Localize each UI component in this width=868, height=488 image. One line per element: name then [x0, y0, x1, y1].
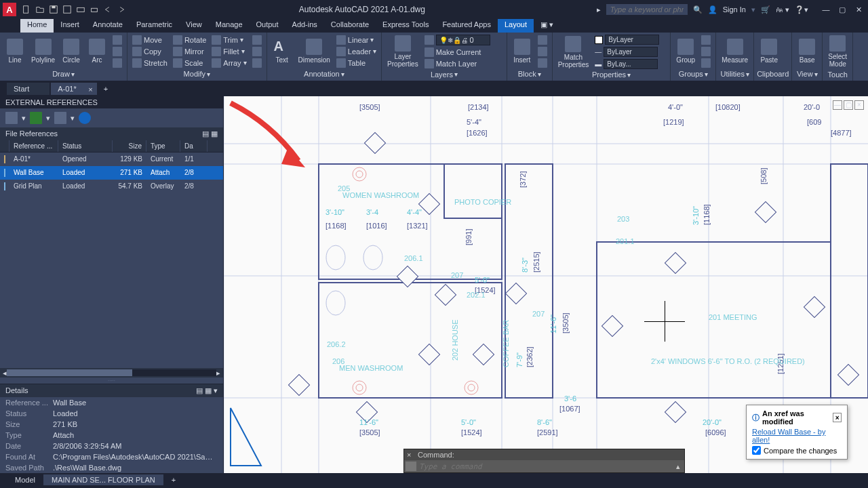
block-extra-1[interactable]	[536, 35, 549, 45]
cmd-prompt-icon[interactable]	[406, 462, 416, 471]
search-icon[interactable]: 🔍	[693, 5, 703, 14]
mirror-button[interactable]: Mirror	[171, 46, 208, 57]
linetype-dropdown[interactable]: —ByLayer	[593, 46, 667, 58]
stretch-button[interactable]: Stretch	[130, 58, 170, 68]
modify-extra-2[interactable]	[250, 46, 264, 57]
tab-layout-main[interactable]: MAIN AND SE... FLOOR PLAN	[43, 474, 163, 485]
undo-icon[interactable]	[102, 3, 114, 16]
group-extra[interactable]	[699, 35, 713, 45]
modify-extra-1[interactable]	[250, 35, 264, 45]
col-status[interactable]: Status	[58, 140, 113, 152]
tab-manage[interactable]: Manage	[209, 19, 250, 33]
vp-close-icon[interactable]: ×	[854, 100, 864, 110]
tab-collaborate[interactable]: Collaborate	[324, 19, 376, 33]
col-date[interactable]: Da	[180, 140, 208, 152]
add-layout-button[interactable]: +	[163, 474, 184, 485]
panel-modify-label[interactable]: Modify ▾	[130, 68, 264, 79]
block-extra-3[interactable]	[536, 58, 549, 68]
tab-parametric[interactable]: Parametric	[130, 19, 179, 33]
copy-button[interactable]: Copy	[130, 46, 170, 57]
leader-button[interactable]: Leader ▾	[334, 46, 378, 57]
tab-view[interactable]: View	[179, 19, 209, 33]
app-switcher-icon[interactable]: 🗛 ▾	[776, 5, 789, 14]
print-icon[interactable]	[88, 3, 100, 16]
change-path-icon[interactable]	[54, 112, 66, 124]
save-icon[interactable]	[47, 3, 60, 16]
tab-home[interactable]: Home	[20, 19, 54, 33]
add-tab-button[interactable]: +	[98, 83, 113, 95]
panel-properties-label[interactable]: Properties ▾	[555, 70, 668, 79]
fillet-button[interactable]: Fillet ▾	[210, 46, 248, 57]
linear-button[interactable]: Linear ▾	[334, 35, 378, 45]
draw-extra-3[interactable]	[111, 58, 124, 68]
tab-express[interactable]: Express Tools	[376, 19, 435, 33]
close-button[interactable]: ✕	[852, 3, 865, 16]
tab-model[interactable]: Model	[7, 474, 43, 485]
app-logo[interactable]: A	[3, 3, 16, 16]
move-button[interactable]: Move	[130, 35, 170, 45]
layer-properties-button[interactable]: Layer Properties	[384, 34, 421, 69]
reload-xref-link[interactable]: Reload Wall Base - by allen!	[752, 428, 842, 444]
minimize-button[interactable]: —	[819, 3, 833, 16]
balloon-close-button[interactable]: ×	[833, 413, 842, 422]
help-icon[interactable]: ❔▾	[795, 5, 808, 14]
list-view-icon[interactable]: ▤	[202, 129, 209, 138]
cmd-recent-icon[interactable]: ▴	[673, 462, 683, 471]
help-icon[interactable]	[79, 112, 91, 124]
polyline-button[interactable]: Polyline	[28, 37, 58, 65]
panel-annotation-label[interactable]: Annotation ▾	[270, 68, 379, 79]
attach-dwg-icon[interactable]	[5, 112, 18, 124]
details-view-icon[interactable]: ▤	[196, 386, 203, 394]
group-button[interactable]: Group	[673, 37, 698, 65]
tab-layout[interactable]: Layout	[498, 19, 534, 33]
paste-button[interactable]: Paste	[757, 37, 781, 65]
vp-min-icon[interactable]: —	[833, 100, 842, 110]
trim-button[interactable]: Trim ▾	[210, 35, 248, 45]
redo-icon[interactable]	[115, 3, 127, 16]
drawing-canvas[interactable]: [3505] [2134] 4'-0" [10820] 20'-0 5'-4" …	[224, 96, 868, 473]
h-scrollbar[interactable]: ◂▸	[0, 368, 223, 378]
panel-view-label[interactable]: View ▾	[795, 68, 819, 79]
scale-button[interactable]: Scale	[171, 58, 208, 68]
modify-extra-3[interactable]	[250, 58, 264, 68]
circle-button[interactable]: Circle	[59, 37, 83, 65]
match-layer-button[interactable]: Match Layer	[422, 58, 504, 69]
tree-view-icon[interactable]: ▦	[211, 129, 218, 138]
match-properties-button[interactable]: Match Properties	[555, 35, 592, 70]
vp-max-icon[interactable]: ▢	[844, 100, 853, 110]
open-icon[interactable]	[34, 3, 46, 16]
insert-block-button[interactable]: Insert	[510, 37, 534, 65]
base-button[interactable]: Base	[795, 37, 819, 65]
rotate-button[interactable]: Rotate	[171, 35, 208, 45]
col-type[interactable]: Type	[146, 140, 180, 152]
sign-in-link[interactable]: Sign In	[723, 5, 746, 14]
panel-utilities-label[interactable]: Utilities ▾	[719, 68, 751, 79]
refresh-icon[interactable]	[30, 112, 42, 124]
lineweight-dropdown[interactable]: ▬ByLay...	[593, 58, 667, 70]
array-button[interactable]: Array ▾	[210, 58, 248, 68]
tab-output[interactable]: Output	[250, 19, 285, 33]
doc-tab-start[interactable]: Start	[7, 83, 50, 95]
tab-featured[interactable]: Featured Apps	[435, 19, 498, 33]
col-reference[interactable]: Reference ...	[9, 140, 58, 152]
panel-layers-label[interactable]: Layers ▾	[384, 69, 504, 79]
share-icon[interactable]: ▸	[597, 5, 601, 14]
cart-icon[interactable]: 🛒	[761, 5, 770, 14]
draw-extra-1[interactable]	[111, 35, 124, 45]
table-row[interactable]: A-01* Opened 129 KB Current 1/1	[0, 152, 223, 166]
preview-icon[interactable]: ▦	[205, 386, 212, 394]
search-input[interactable]	[606, 4, 688, 15]
measure-button[interactable]: Measure	[719, 37, 751, 65]
tab-annotate[interactable]: Annotate	[86, 19, 130, 33]
draw-extra-2[interactable]	[111, 46, 124, 57]
line-button[interactable]: Line	[3, 37, 27, 65]
plot-icon[interactable]	[75, 3, 87, 16]
select-mode-button[interactable]: Select Mode	[825, 34, 850, 69]
block-extra-2[interactable]	[536, 46, 549, 57]
table-button[interactable]: Table	[334, 58, 378, 68]
saveas-icon[interactable]	[61, 3, 73, 16]
user-icon[interactable]: 👤	[708, 5, 717, 14]
panel-groups-label[interactable]: Groups ▾	[673, 68, 713, 79]
text-button[interactable]: AText	[270, 37, 294, 65]
maximize-button[interactable]: ▢	[835, 3, 849, 16]
